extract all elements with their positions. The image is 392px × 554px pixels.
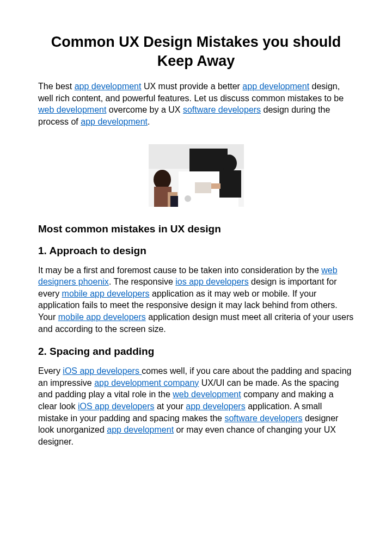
link-app-development[interactable]: app development xyxy=(81,117,148,126)
svg-rect-11 xyxy=(195,182,211,193)
link-web-development[interactable]: web development xyxy=(173,390,241,399)
link-mobile-app-developers[interactable]: mobile app developers xyxy=(62,289,150,298)
page-title: Common UX Design Mistakes you should Kee… xyxy=(38,33,354,71)
link-ios-app-developers[interactable]: iOS app developers xyxy=(63,366,142,376)
intro-text: The best xyxy=(38,82,75,91)
article-image xyxy=(149,144,244,207)
intro-text: . xyxy=(148,117,150,126)
section-2-heading: 2. Spacing and padding xyxy=(38,346,354,358)
body-text: at your xyxy=(154,402,186,411)
svg-rect-7 xyxy=(170,196,178,207)
link-app-developers[interactable]: app developers xyxy=(186,402,245,411)
svg-rect-2 xyxy=(189,149,228,173)
link-software-developers[interactable]: software developers xyxy=(224,414,302,423)
link-ios-app-developers[interactable]: iOS app developers xyxy=(78,402,155,411)
section-1-body: It may be a first and foremost cause to … xyxy=(38,264,354,335)
intro-text: overcome by a UX xyxy=(106,105,183,114)
link-app-development[interactable]: app development xyxy=(107,425,174,434)
svg-point-12 xyxy=(185,195,191,202)
svg-rect-9 xyxy=(219,170,241,198)
section-1-heading: 1. Approach to design xyxy=(38,245,354,257)
link-web-development[interactable]: web development xyxy=(38,105,106,114)
intro-text: UX must provide a better xyxy=(141,82,242,91)
link-app-development[interactable]: app development xyxy=(75,82,142,91)
link-software-developers[interactable]: software developers xyxy=(183,105,261,114)
body-text: . The responsive xyxy=(109,277,175,286)
subheading: Most common mistakes in UX design xyxy=(38,223,354,235)
svg-point-4 xyxy=(154,170,171,189)
body-text: It may be a first and foremost cause to … xyxy=(38,266,321,275)
link-mobile-app-developers[interactable]: mobile app developers xyxy=(58,312,146,322)
link-app-development[interactable]: app development xyxy=(242,82,309,91)
body-text: Every xyxy=(38,366,63,376)
link-ios-app-developers[interactable]: ios app developers xyxy=(175,277,248,286)
link-app-development-company[interactable]: app development company xyxy=(94,378,199,387)
section-2-body: Every iOS app developers comes well, if … xyxy=(38,365,354,447)
intro-paragraph: The best app development UX must provide… xyxy=(38,81,354,127)
svg-point-8 xyxy=(222,155,237,172)
